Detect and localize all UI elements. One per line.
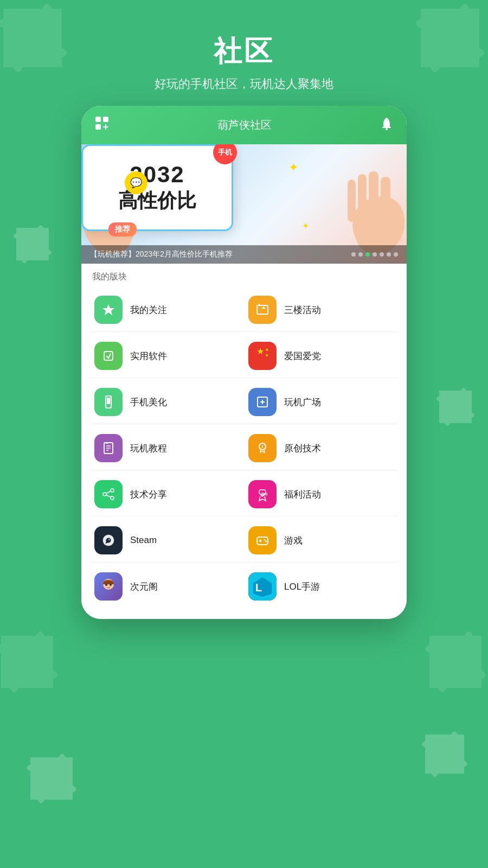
chat-bubble-deco: 💬 [125,171,147,194]
banner-card: 2032 高性价比 手机 [81,144,233,231]
svg-point-34 [111,489,114,492]
menu-item-play-tutorial[interactable]: 玩机教程 [90,426,244,470]
dot-1 [351,252,356,257]
menu-item-welfare[interactable]: 福利 福利活动 [244,473,398,516]
notification-bell-icon[interactable] [380,117,394,134]
dot-5 [380,252,384,257]
menu-item-useful-software[interactable]: 实用软件 [90,334,244,378]
menu-item-my-follow[interactable]: 我的关注 [90,288,244,332]
play-tutorial-label: 玩机教程 [130,442,167,455]
svg-point-47 [266,541,267,542]
menu-item-play-square[interactable]: 玩机广场 [244,380,398,424]
menu-item-games[interactable]: 游戏 [244,519,398,563]
menu-row-4: 玩机教程 原创技术 [90,426,398,470]
original-tech-label: 原创技术 [284,442,321,455]
menu-item-patriot[interactable]: ★ ★ ★ 爱国爱党 [244,334,398,378]
games-icon [248,526,277,554]
menu-row-5: 技术分享 福利 福利活动 [90,473,398,516]
3f-activity-icon [248,296,277,324]
steam-icon [94,526,123,554]
banner-phone-tag: 手机 [213,144,237,164]
section-my-blocks-label: 我的版块 [81,264,407,288]
svg-point-36 [103,493,106,496]
menu-item-lol-mobile[interactable]: L LOL手游 [244,565,398,608]
menu-item-phone-beauty[interactable]: 手机美化 [90,380,244,424]
play-tutorial-icon [94,434,123,462]
svg-point-35 [111,496,114,500]
patriot-icon: ★ ★ ★ [248,342,277,370]
original-tech-icon [248,434,277,462]
play-square-label: 玩机广场 [284,396,321,409]
phone-frame: 葫芦侠社区 [81,106,407,619]
anime-label: 次元阁 [130,580,158,593]
svg-point-46 [264,539,266,541]
menu-row-2: 实用软件 ★ ★ ★ 爱国爱党 [90,334,398,378]
menu-row-1: 我的关注 三楼活动 [90,288,398,332]
banner-caption-text: 【玩机推荐】2023年2月高性价比手机推荐 [90,250,233,259]
svg-text:L: L [255,582,262,593]
my-follow-label: 我的关注 [130,304,167,316]
lol-mobile-label: LOL手游 [284,580,320,593]
svg-line-38 [106,495,111,497]
banner-area[interactable]: 💬 ✦ ✦ ✦ 2032 高性价比 手机 推荐 【玩机推荐】2023年2月高性价… [81,144,407,264]
tech-share-icon [94,480,123,508]
recommend-badge: 推荐 [108,222,137,237]
star-deco-1: ✦ [288,161,298,175]
svg-rect-4 [105,124,106,130]
patriot-label: 爱国爱党 [284,350,321,362]
grid-add-icon[interactable] [94,116,110,135]
tech-share-label: 技术分享 [130,488,167,501]
svg-text:福利: 福利 [260,492,267,496]
welfare-label: 福利活动 [284,488,321,501]
dot-7 [394,252,398,257]
svg-rect-21 [104,352,113,360]
app-header: 葫芦侠社区 [81,106,407,144]
phone-frame-wrapper: 葫芦侠社区 [81,106,407,619]
menu-item-steam[interactable]: Steam [90,519,244,563]
useful-software-icon [94,342,123,370]
menu-row-3: 手机美化 玩机广场 [90,380,398,424]
svg-line-37 [106,492,111,494]
my-follow-icon [94,296,123,324]
dot-6 [387,252,391,257]
menu-item-3f-activity[interactable]: 三楼活动 [244,288,398,332]
svg-rect-19 [257,305,268,314]
menu-grid: 我的关注 三楼活动 [81,288,407,619]
banner-dots [351,252,398,257]
dot-4 [373,252,377,257]
phone-beauty-label: 手机美化 [130,396,167,409]
banner-caption: 【玩机推荐】2023年2月高性价比手机推荐 [81,245,407,264]
svg-point-5 [386,128,388,130]
useful-software-label: 实用软件 [130,350,167,362]
svg-rect-1 [103,117,108,122]
anime-icon [94,572,123,601]
svg-rect-23 [107,398,110,404]
dot-3 [365,252,370,257]
app-header-title: 葫芦侠社区 [217,118,272,132]
games-label: 游戏 [284,534,303,547]
dot-2 [358,252,363,257]
svg-point-51 [110,584,112,586]
welfare-icon: 福利 [248,480,277,508]
page-subtitle: 好玩的手机社区，玩机达人聚集地 [0,76,488,92]
lol-mobile-icon: L [248,572,277,601]
phone-beauty-icon [94,388,123,416]
menu-item-original-tech[interactable]: 原创技术 [244,426,398,470]
star-deco-3: ✦ [302,221,309,231]
svg-marker-18 [102,304,114,315]
svg-point-42 [108,539,110,540]
menu-row-6: Steam 游戏 [90,519,398,563]
page-title: 社区 [0,33,488,71]
svg-rect-31 [106,442,108,444]
svg-point-17 [352,199,396,251]
3f-activity-label: 三楼活动 [284,304,321,316]
svg-point-50 [105,584,107,586]
svg-rect-2 [95,124,101,130]
page-title-area: 社区 好玩的手机社区，玩机达人聚集地 [0,0,488,100]
menu-item-anime[interactable]: 次元阁 [90,565,244,608]
steam-label: Steam [130,535,157,546]
play-square-icon [248,388,277,416]
menu-item-tech-share[interactable]: 技术分享 [90,473,244,516]
svg-rect-0 [95,117,101,122]
menu-row-7: 次元阁 L LOL手游 [90,565,398,608]
